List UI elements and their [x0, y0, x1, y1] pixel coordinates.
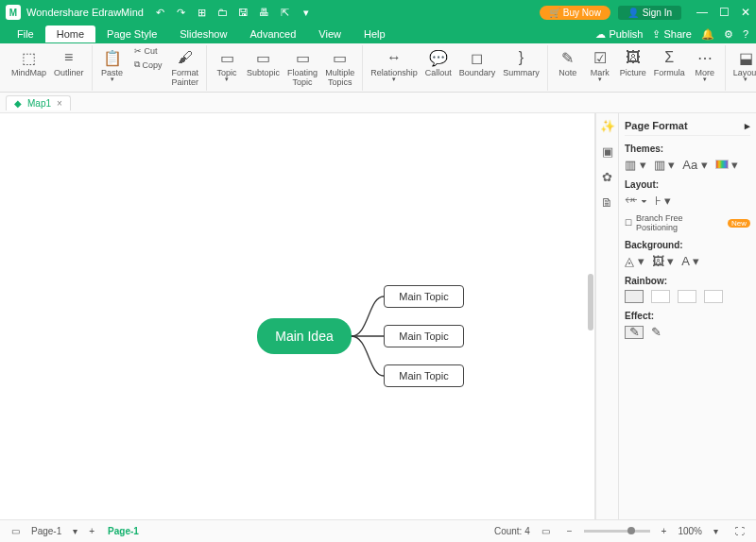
menu-view[interactable]: View — [307, 25, 352, 42]
side-tab-wand-icon[interactable]: ✨ — [600, 119, 615, 133]
bg-fill-icon[interactable]: ◬ ▾ — [625, 254, 644, 268]
side-panel: ✨ ▣ ✿ 🗎 Page Format▸ Themes: ▥ ▾ ▥ ▾ Aa … — [595, 113, 756, 519]
picture-button[interactable]: 🖼Picture — [616, 45, 650, 89]
vertical-scrollbar[interactable] — [587, 113, 594, 519]
zoom-dropdown-icon[interactable]: ▾ — [708, 526, 724, 536]
rainbow-option-2[interactable] — [651, 290, 670, 303]
layout-option-2-icon[interactable]: ⊦ ▾ — [655, 194, 672, 208]
undo-icon[interactable]: ↶ — [153, 7, 168, 19]
floating-topic-button[interactable]: ▭Floating Topic — [284, 45, 321, 89]
menu-slideshow[interactable]: Slideshow — [168, 25, 238, 42]
help-icon[interactable]: ? — [743, 28, 748, 40]
close-icon[interactable]: ✕ — [741, 6, 750, 19]
topic-button[interactable]: ▭Topic▾ — [211, 45, 243, 89]
topic-node-1[interactable]: Main Topic — [384, 285, 464, 308]
maximize-icon[interactable]: ☐ — [719, 6, 730, 19]
rainbow-option-3[interactable] — [678, 290, 696, 303]
menu-file[interactable]: File — [6, 25, 45, 42]
zoom-value: 100% — [678, 526, 702, 536]
multiple-topics-button[interactable]: ▭Multiple Topics — [321, 45, 358, 89]
zoom-in-icon[interactable]: + — [656, 526, 673, 536]
print-icon[interactable]: 🖶 — [257, 7, 272, 19]
page-list-icon[interactable]: ▭ — [6, 526, 26, 536]
callout-icon: 💬 — [429, 47, 448, 68]
document-tab[interactable]: ◆ Map1 × — [6, 95, 71, 110]
subtopic-button[interactable]: ▭Subtopic — [243, 45, 284, 89]
menu-advanced[interactable]: Advanced — [238, 25, 307, 42]
settings-icon[interactable]: ⚙ — [724, 28, 733, 41]
paste-button[interactable]: 📋Paste▾ — [96, 45, 129, 89]
tab-close-icon[interactable]: × — [57, 98, 62, 109]
boundary-button[interactable]: ◻Boundary — [455, 45, 500, 89]
theme-preset-2-icon[interactable]: ▥ ▾ — [654, 158, 676, 172]
menu-help[interactable]: Help — [352, 25, 397, 42]
menu-home[interactable]: Home — [45, 25, 95, 42]
more-button[interactable]: ⋯More▾ — [689, 45, 721, 89]
export-icon[interactable]: ⇱ — [278, 7, 293, 19]
canvas[interactable]: Main Idea Main Topic Main Topic Main Top… — [0, 113, 595, 519]
notification-icon[interactable]: 🔔 — [701, 28, 714, 41]
background-label: Background: — [625, 240, 750, 250]
callout-button[interactable]: 💬Callout — [421, 45, 455, 89]
multiple-icon: ▭ — [333, 47, 347, 68]
side-tab-style-icon[interactable]: ✿ — [602, 170, 612, 184]
sign-in-button[interactable]: 👤 Sign In — [618, 6, 681, 20]
minimize-icon[interactable]: ― — [696, 6, 708, 19]
fit-view-icon[interactable]: ▭ — [536, 526, 556, 536]
ribbon: ⬚MindMap ≡Outliner 📋Paste▾ ✂Cut ⧉Copy 🖌F… — [0, 43, 756, 93]
zoom-slider[interactable] — [584, 530, 650, 533]
theme-preset-1-icon[interactable]: ▥ ▾ — [625, 158, 646, 172]
share-button[interactable]: ⇪ Share — [652, 28, 691, 41]
side-tab-page-icon[interactable]: 🗎 — [601, 195, 613, 210]
topic-node-3[interactable]: Main Topic — [384, 364, 464, 387]
layout-option-1-icon[interactable]: ⬾ ▾ — [625, 194, 647, 208]
side-tab-theme-icon[interactable]: ▣ — [602, 144, 613, 159]
layout-label: Layout: — [625, 179, 750, 190]
mindmap-icon: ⬚ — [22, 47, 36, 68]
save-icon[interactable]: 🖫 — [236, 7, 251, 19]
add-page-icon[interactable]: + — [83, 526, 100, 536]
page-label: Page-1 — [26, 526, 67, 536]
cut-button[interactable]: ✂Cut — [131, 45, 165, 57]
effect-option-1[interactable]: ✎ — [625, 326, 644, 339]
page-name[interactable]: Page-1 — [100, 526, 146, 536]
effect-option-2[interactable]: ✎ — [651, 325, 662, 339]
document-tab-bar: ◆ Map1 × — [0, 93, 756, 113]
menu-page-style[interactable]: Page Style — [95, 25, 168, 42]
fullscreen-icon[interactable]: ⛶ — [730, 526, 750, 536]
color-palette-icon[interactable]: ▾ — [715, 158, 739, 172]
formula-button[interactable]: ΣFormula — [650, 45, 689, 89]
page-dropdown-icon[interactable]: ▾ — [67, 526, 83, 536]
new-icon[interactable]: ⊞ — [195, 7, 210, 19]
tab-icon: ◆ — [14, 98, 22, 109]
layout-button[interactable]: ⬓Layout▾ — [730, 45, 756, 89]
open-icon[interactable]: 🗀 — [215, 7, 231, 19]
main-idea-node[interactable]: Main Idea — [257, 318, 352, 354]
copy-button[interactable]: ⧉Copy — [131, 59, 165, 71]
bg-watermark-icon[interactable]: A ▾ — [681, 254, 699, 268]
mindmap-button[interactable]: ⬚MindMap — [8, 45, 50, 89]
themes-label: Themes: — [625, 144, 750, 154]
mark-icon: ☑ — [593, 47, 607, 68]
rainbow-option-4[interactable] — [704, 290, 723, 303]
bg-image-icon[interactable]: 🖼 ▾ — [652, 254, 675, 268]
side-collapse-icon[interactable]: ▸ — [745, 120, 750, 132]
summary-button[interactable]: }Summary — [499, 45, 543, 89]
font-button[interactable]: Aa ▾ — [682, 158, 708, 172]
redo-icon[interactable]: ↷ — [174, 7, 189, 19]
topic-node-2[interactable]: Main Topic — [384, 325, 464, 347]
format-painter-button[interactable]: 🖌Format Painter — [168, 45, 203, 89]
app-logo: M — [6, 5, 21, 20]
outliner-button[interactable]: ≡Outliner — [50, 45, 88, 89]
buy-now-button[interactable]: 🛒 Buy Now — [540, 6, 610, 20]
mark-button[interactable]: ☑Mark▾ — [584, 45, 616, 89]
publish-button[interactable]: ☁ Publish — [595, 28, 643, 41]
branch-free-checkbox[interactable]: ☐ Branch Free Positioning New — [625, 213, 750, 232]
title-bar: M Wondershare EdrawMind ↶ ↷ ⊞ 🗀 🖫 🖶 ⇱ ▾ … — [0, 0, 756, 25]
rainbow-option-1[interactable] — [625, 290, 644, 303]
note-button[interactable]: ✎Note — [552, 45, 584, 89]
zoom-out-icon[interactable]: − — [561, 526, 578, 536]
relationship-button[interactable]: ↔Relationship▾ — [367, 45, 421, 89]
qat-dropdown-icon[interactable]: ▾ — [299, 7, 314, 19]
status-bar: ▭ Page-1 ▾ + Page-1 Count: 4 ▭ − + 100% … — [0, 519, 756, 542]
